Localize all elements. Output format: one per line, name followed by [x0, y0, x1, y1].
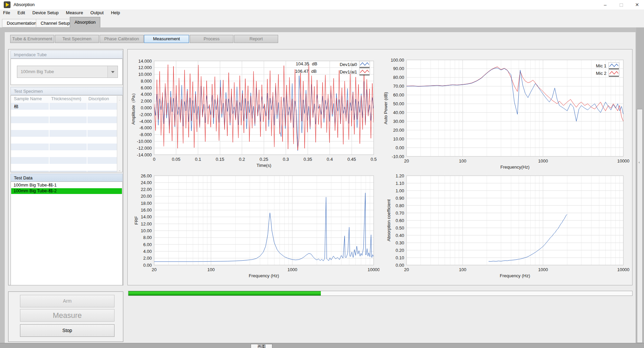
- specimen-table-scrollbar[interactable]: ˌ​ ˍ​: [117, 96, 122, 172]
- menu-item-edit[interactable]: Edit: [15, 9, 28, 16]
- menu-item-measure[interactable]: Measure: [63, 9, 86, 16]
- app-window: Absorption – ✕ File Edit Device Setup Me…: [0, 0, 644, 348]
- test-specimen-header: Test Specimen: [11, 87, 123, 95]
- window-title: Absorption: [14, 2, 35, 7]
- legend-item-mic2[interactable]: Mic 2: [590, 70, 619, 77]
- menu-item-device-setup[interactable]: Device Setup: [29, 9, 62, 16]
- tab-channel-setup[interactable]: Channel Setup: [36, 19, 75, 27]
- arm-button[interactable]: Arm: [20, 295, 115, 307]
- dropdown-arrow-zone[interactable]: [107, 66, 118, 78]
- legend-label: Mic 2: [590, 71, 606, 76]
- tab-absorption[interactable]: Absorption: [70, 17, 100, 27]
- menu-item-output[interactable]: Output: [87, 9, 107, 16]
- level-value: 104.35: [296, 61, 309, 66]
- maximize-button[interactable]: [614, 0, 629, 9]
- app-play-icon: [4, 1, 11, 8]
- legend-item-dev1-ai0[interactable]: Dev1/ai0: [336, 61, 370, 68]
- subtab-tube-environment[interactable]: Tube & Environment: [10, 35, 54, 43]
- subtab-measurement[interactable]: Measurement: [144, 35, 189, 43]
- tube-dropdown[interactable]: 100mm Big Tube: [17, 66, 118, 78]
- chevron-down-icon: [111, 71, 115, 73]
- legend-line-icon: [359, 61, 370, 68]
- specimen-table-rows[interactable]: 棉: [11, 103, 117, 172]
- level-unit: dB: [312, 61, 317, 66]
- subtab-test-specimen[interactable]: Test Specimen: [55, 35, 99, 43]
- maximize-icon: [620, 3, 623, 7]
- level-value: 106.47: [295, 69, 309, 74]
- impedance-tube-box: 100mm Big Tube: [11, 59, 123, 85]
- column-divider: [87, 103, 87, 172]
- scroll-up-icon[interactable]: ˌ​: [117, 96, 122, 101]
- specimen-sample-name[interactable]: 棉: [14, 104, 18, 110]
- titlebar: Absorption – ✕: [0, 0, 644, 9]
- subtab-process[interactable]: Process: [190, 35, 233, 43]
- specimen-table[interactable]: Sample Name Thickness(mm) Discription 棉 …: [11, 95, 123, 172]
- progress-bar: [128, 291, 632, 296]
- legend-line-icon: [608, 70, 619, 77]
- column-header-thickness: Thickness(mm): [51, 96, 81, 101]
- menubar: File Edit Device Setup Measure Output He…: [0, 9, 644, 16]
- hidden-tab-paint[interactable]: 画图: [251, 344, 272, 348]
- subtab-phase-calibration[interactable]: Phase Calibration: [100, 35, 144, 43]
- scroll-down-icon[interactable]: ˍ​: [117, 167, 122, 171]
- level-reading-ai0: 104.35 dB: [296, 61, 317, 66]
- legend-label: Mic 1: [590, 63, 606, 68]
- splitter-strip[interactable]: ‹: [637, 109, 643, 343]
- menu-item-file[interactable]: File: [0, 9, 13, 16]
- legend-line-icon: [359, 68, 370, 75]
- legend-label: Dev1/ai0: [336, 62, 357, 67]
- legend-item-dev1-ai1[interactable]: Dev1/ai1: [336, 68, 370, 75]
- charts-panel: [127, 49, 632, 285]
- menu-item-help[interactable]: Help: [108, 9, 123, 16]
- tabstrip: Documentation Channel Setup Absorption: [0, 16, 644, 27]
- close-button[interactable]: ✕: [629, 0, 644, 9]
- controls-panel: Arm Measure Stop: [8, 291, 123, 342]
- bottom-strip: [0, 343, 644, 348]
- tab-documentation[interactable]: Documentation: [2, 19, 41, 27]
- sidebar-panel: Impendace Tube 100mm Big Tube Test Speci…: [8, 49, 123, 285]
- test-data-item[interactable]: 100mm Big Tube-棉-1: [11, 182, 122, 188]
- specimen-table-header: Sample Name Thickness(mm) Discription: [11, 95, 122, 103]
- stop-button[interactable]: Stop: [20, 324, 115, 337]
- level-unit: dB: [311, 69, 317, 74]
- minimize-button[interactable]: –: [598, 0, 613, 9]
- subtab-report[interactable]: Report: [234, 35, 278, 43]
- measure-button[interactable]: Measure: [20, 309, 115, 322]
- legend-label: Dev1/ai1: [336, 69, 357, 74]
- tube-dropdown-value: 100mm Big Tube: [21, 66, 54, 78]
- test-data-item-selected[interactable]: 100mm Big Tube-棉-2: [11, 188, 122, 194]
- legend-line-icon: [608, 62, 619, 69]
- column-header-sample-name: Sample Name: [14, 96, 42, 101]
- impedance-tube-header: Impendace Tube: [11, 50, 123, 59]
- column-divider: [49, 103, 49, 172]
- level-reading-ai1: 106.47 dB: [295, 69, 317, 74]
- progress-fill: [128, 291, 321, 296]
- splitter-collapse-icon[interactable]: ‹: [639, 160, 640, 164]
- test-data-list[interactable]: 100mm Big Tube-棉-1 100mm Big Tube-棉-2: [11, 181, 123, 285]
- column-header-discription: Discription: [88, 96, 109, 101]
- legend-item-mic1[interactable]: Mic 1: [590, 62, 619, 69]
- test-data-header: Test Data: [11, 174, 123, 182]
